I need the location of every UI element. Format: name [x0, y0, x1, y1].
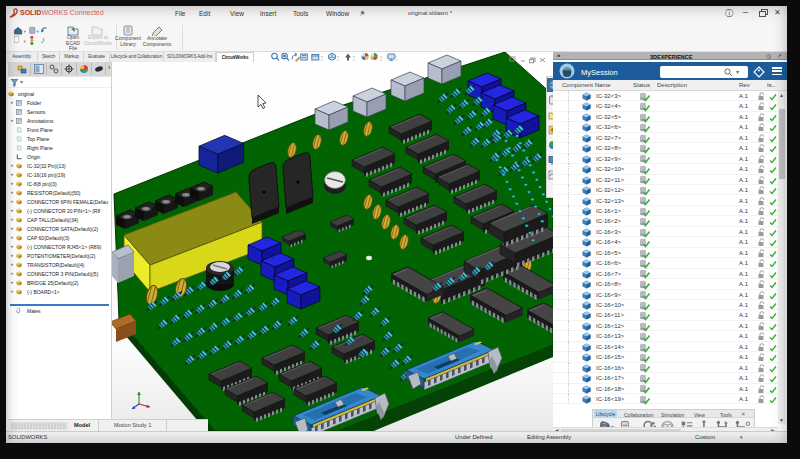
svg-text:▾: ▾: [36, 29, 39, 34]
svg-text:▾: ▾: [23, 39, 26, 44]
svg-text:▾: ▾: [23, 29, 26, 34]
